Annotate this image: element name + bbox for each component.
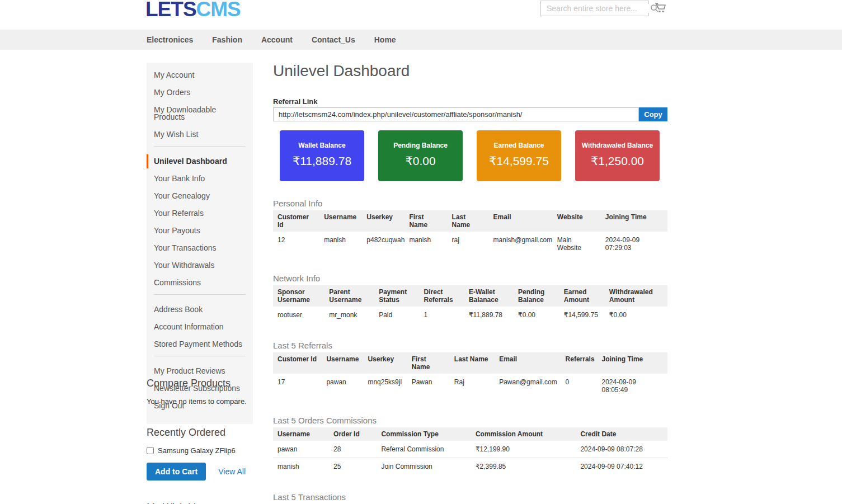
table-cell: manish@gmail.com xyxy=(489,232,553,256)
balance-cards: Wallet Balance₹11,889.78Pending Balance₹… xyxy=(280,130,667,181)
table-cell: ₹0.00 xyxy=(605,307,667,323)
card-label: Pending Balance xyxy=(378,142,463,149)
table-cell: Paid xyxy=(374,307,419,323)
sidebar-item-stored-payment-methods[interactable]: Stored Payment Methods xyxy=(147,337,253,351)
table-cell: 2024-09-09 07:40:12 xyxy=(576,458,667,475)
table-cell: 2024-09-09 08:07:28 xyxy=(576,441,667,458)
card-label: Withdrawaled Balance xyxy=(575,142,660,149)
table-cell: 17 xyxy=(273,374,322,398)
table-header-cell: Parent Username xyxy=(324,285,374,307)
table-header-cell: Joining Time xyxy=(597,352,667,374)
table-cell: 28 xyxy=(329,441,377,458)
sidebar-item-your-withdrawals[interactable]: Your Withdrawals xyxy=(147,258,253,272)
table-header-cell: Referrals xyxy=(561,352,598,374)
table-cell: p482cuqwah xyxy=(362,232,404,256)
sidebar-item-unilevel-dashboard[interactable]: Unilevel Dashboard xyxy=(147,154,253,168)
table-header-cell: Last Name xyxy=(448,210,489,232)
table-cell: Pawan xyxy=(407,374,450,398)
main-content: Unilevel Dashboard Referral Link Copy Wa… xyxy=(273,60,667,504)
search-input[interactable] xyxy=(541,4,650,13)
table-cell: 0 xyxy=(561,374,598,398)
table-cell: 25 xyxy=(329,458,377,475)
sidebar-item-your-transactions[interactable]: Your Transactions xyxy=(147,241,253,255)
table-header-cell: Username xyxy=(322,352,363,374)
section-title: Personal Info xyxy=(273,199,667,208)
sidebar-item-my-orders[interactable]: My Orders xyxy=(147,86,253,100)
table-row: 17pawanmnq25ks9jlPawanRajPawan@gmail.com… xyxy=(273,374,667,398)
page-title: Unilevel Dashboard xyxy=(273,60,667,82)
sidebar-item-my-account[interactable]: My Account xyxy=(147,68,253,82)
card-value: ₹1,250.00 xyxy=(575,154,660,168)
table-header-cell: Customer Id xyxy=(273,352,322,374)
table-cell: ₹12,199.90 xyxy=(471,441,576,458)
table-cell: manish xyxy=(404,232,447,256)
table-header-cell: Joining Time xyxy=(601,210,667,232)
table-row: rootusermr_monkPaid1₹11,889.78₹0.00₹14,5… xyxy=(273,307,667,323)
sidebar-item-my-downloadable-products[interactable]: My Downloadable Products xyxy=(147,103,253,124)
data-table: Sponsor UsernameParent UsernamePayment S… xyxy=(273,285,667,323)
sidebar-item-my-wish-list[interactable]: My Wish List xyxy=(147,128,253,142)
sidebar-nav: My AccountMy OrdersMy Downloadable Produ… xyxy=(147,63,253,424)
recently-ordered-checkbox[interactable] xyxy=(147,447,154,454)
table-header-cell: Sponsor Username xyxy=(273,285,324,307)
add-to-cart-button[interactable]: Add to Cart xyxy=(147,463,206,481)
nav-item-account[interactable]: Account xyxy=(261,35,293,44)
table-cell: pawan xyxy=(322,374,363,398)
section-title: Last 5 Orders Commissions xyxy=(273,416,667,425)
section-last-5-orders-commissions: Last 5 Orders CommissionsUsernameOrder I… xyxy=(273,416,667,475)
section-title: Network Info xyxy=(273,274,667,283)
table-cell: manish xyxy=(273,458,329,475)
sidebar-widgets: Compare Products You have no items to co… xyxy=(147,378,256,504)
compare-products-empty-text: You have no items to compare. xyxy=(147,397,256,406)
table-header-cell: Last Name xyxy=(450,352,495,374)
nav-item-contact_us[interactable]: Contact_Us xyxy=(312,35,355,44)
table-row: pawan28Referral Commission₹12,199.902024… xyxy=(273,441,667,458)
table-header-cell: Earned Amount xyxy=(559,285,605,307)
table-cell: mr_monk xyxy=(324,307,374,323)
sidebar-item-account-information[interactable]: Account Information xyxy=(147,320,253,334)
sidebar-item-my-product-reviews[interactable]: My Product Reviews xyxy=(147,364,253,378)
sidebar-item-address-book[interactable]: Address Book xyxy=(147,303,253,317)
card-value: ₹11,889.78 xyxy=(280,154,364,168)
table-cell: mnq25ks9jl xyxy=(363,374,407,398)
header: LETSCMS xyxy=(0,0,842,30)
sidebar-item-your-genealogy[interactable]: Your Genealogy xyxy=(147,189,253,203)
recently-ordered-product-label: Samsung Galaxy ZFlip6 xyxy=(158,446,236,455)
recently-ordered-item: Samsung Galaxy ZFlip6 xyxy=(147,446,256,455)
table-header-cell: First Name xyxy=(407,352,450,374)
compare-products-title: Compare Products xyxy=(147,378,256,389)
view-all-link[interactable]: View All xyxy=(218,467,246,476)
card-value: ₹0.00 xyxy=(378,154,463,168)
sidebar-divider xyxy=(154,356,246,356)
table-header-cell: First Name xyxy=(404,210,447,232)
table-header-cell: Withdrawaled Amount xyxy=(605,285,667,307)
logo-part-cms: CMS xyxy=(196,0,241,21)
cart-icon[interactable] xyxy=(653,1,668,16)
table-cell: raj xyxy=(448,232,489,256)
referral-link-input[interactable] xyxy=(273,107,639,121)
table-row: manish25Join Commission₹2,399.852024-09-… xyxy=(273,458,667,475)
table-header-cell: Email xyxy=(489,210,553,232)
table-header-cell: Payment Status xyxy=(374,285,419,307)
nav-item-home[interactable]: Home xyxy=(374,35,396,44)
sidebar-divider xyxy=(154,294,246,295)
table-cell: pawan xyxy=(273,441,329,458)
sidebar-item-your-referrals[interactable]: Your Referrals xyxy=(147,206,253,220)
sidebar-item-commissions[interactable]: Commissions xyxy=(147,276,253,290)
nav-item-fashion[interactable]: Fashion xyxy=(212,35,242,44)
nav-item-electronices[interactable]: Electronices xyxy=(147,35,193,44)
table-cell: 2024-09-09 08:05:49 xyxy=(597,374,667,398)
table-cell: Referral Commission xyxy=(377,441,471,458)
table-header-cell: Customer Id xyxy=(273,210,319,232)
logo-part-lets: LETS xyxy=(145,0,196,21)
table-cell: manish xyxy=(319,232,362,256)
sidebar-item-your-bank-info[interactable]: Your Bank Info xyxy=(147,172,253,186)
sidebar-item-your-payouts[interactable]: Your Payouts xyxy=(147,224,253,238)
table-cell: ₹0.00 xyxy=(514,307,559,323)
section-personal-info: Personal InfoCustomer IdUsernameUserkeyF… xyxy=(273,199,667,256)
wishlist-widget: My Wish List You have no items in your w… xyxy=(147,502,256,504)
table-header-cell: Website xyxy=(553,210,601,232)
copy-button[interactable]: Copy xyxy=(639,107,667,121)
table-header-cell: Username xyxy=(273,427,329,441)
table-header-cell: Credit Date xyxy=(576,427,667,441)
